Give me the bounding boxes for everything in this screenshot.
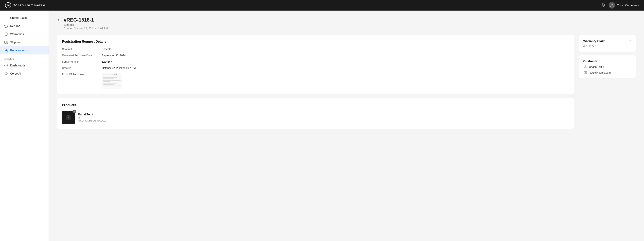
sidebar-item-label: Dashboards — [10, 64, 26, 67]
svg-point-8 — [7, 43, 8, 44]
detail-row-purchase-date: Estimated Purchase Date September 30, 20… — [62, 54, 569, 57]
page-title: #REG-1518-1 — [64, 17, 108, 23]
shipping-icon — [4, 40, 8, 44]
product-variant: S — [78, 116, 106, 119]
detail-label-serial: Serial Number — [62, 60, 98, 63]
sidebar-item-label: Corso AI — [10, 72, 21, 75]
proof-line — [103, 80, 121, 81]
proof-line — [103, 77, 117, 78]
customer-name: Cogan Lottle — [589, 66, 604, 68]
customer-card: Customer Cogan Lottle — [579, 55, 636, 78]
detail-row-channel: Channel Scheels — [62, 48, 569, 50]
svg-rect-5 — [4, 41, 7, 43]
product-sku: SKU: CORSOSWAG02 — [78, 119, 106, 122]
svg-marker-6 — [7, 42, 8, 43]
product-name: Barrel T-shirt — [78, 113, 106, 116]
analytics-section-label: Analytics — [0, 54, 48, 61]
detail-row-proof: Proof Of Purchase Let's grab some quick … — [62, 73, 569, 89]
top-navigation: Corso Commerce Corso Commerce — [0, 0, 644, 10]
sidebar-item-shipping[interactable]: Shipping — [0, 38, 48, 46]
svg-marker-14 — [5, 72, 8, 75]
svg-line-13 — [6, 66, 6, 66]
page-subtitle: Scheels — [64, 23, 108, 26]
sidebar-item-label: Returns — [10, 24, 20, 28]
warranty-icon — [4, 32, 8, 36]
dashboard-icon — [4, 64, 8, 68]
warranty-claim-ref: #61-1977-1 — [583, 44, 632, 48]
proof-line — [103, 84, 114, 85]
detail-row-created: Created October 22, 2024 at 1:07 PM — [62, 66, 569, 70]
warranty-claim-card: Warranty Claim ↗ #61-1977-1 — [579, 35, 636, 52]
return-icon — [4, 24, 8, 28]
registration-details-card: Registration Request Details Channel Sch… — [57, 35, 574, 94]
detail-value-purchase-date: September 30, 2024 — [102, 54, 126, 57]
product-qty-badge: 1 — [72, 110, 76, 114]
proof-of-purchase-thumbnail[interactable]: Let's grab some quick info. — [102, 73, 122, 89]
sidebar-item-label: Registrations — [10, 49, 27, 52]
detail-label-purchase-date: Estimated Purchase Date — [62, 54, 98, 57]
proof-line — [103, 78, 114, 79]
svg-point-2 — [611, 4, 613, 5]
sidebar: Create Claim Returns Warranties — [0, 10, 49, 241]
detail-value-serial: 1234567 — [102, 60, 112, 63]
sidebar-item-label: Shipping — [10, 41, 21, 44]
svg-point-1 — [8, 5, 9, 6]
sidebar-item-label: Warranties — [10, 32, 24, 36]
detail-row-serial: Serial Number 1234567 — [62, 60, 569, 63]
customer-title: Customer — [583, 59, 598, 63]
product-info: Barrel T-shirt S SKU: CORSOSWAG02 — [78, 113, 106, 122]
external-link-icon[interactable]: ↗ — [629, 39, 632, 43]
product-item: 1 Barrel T-shirt S — [62, 111, 569, 124]
user-menu[interactable]: Corso Commerce — [609, 2, 639, 8]
registration-details-title: Registration Request Details — [62, 40, 569, 44]
proof-line — [103, 81, 110, 82]
notifications-bell[interactable] — [601, 3, 606, 8]
topnav-right: Corso Commerce — [601, 2, 639, 8]
warranty-claim-title: Warranty Claim — [583, 39, 606, 43]
sidebar-item-create-claim[interactable]: Create Claim — [0, 14, 48, 22]
customer-email-row: lcottle@corso.com — [583, 71, 632, 74]
product-image-wrap: 1 — [62, 111, 75, 124]
detail-value-created: October 22, 2024 at 1:07 PM — [102, 66, 136, 70]
plus-icon — [4, 16, 8, 20]
registrations-icon — [4, 48, 8, 52]
sidebar-item-warranties[interactable]: Warranties — [0, 30, 48, 38]
person-icon — [583, 65, 587, 68]
detail-label-proof: Proof Of Purchase — [62, 73, 98, 76]
logo[interactable]: Corso Commerce — [5, 2, 45, 8]
svg-point-7 — [5, 43, 6, 44]
logo-text: Corso Commerce — [12, 4, 45, 7]
sidebar-item-dashboards[interactable]: Dashboards — [0, 61, 48, 70]
detail-value-channel: Scheels — [102, 48, 111, 50]
products-card: Products 1 — [57, 98, 574, 129]
page-header: #REG-1518-1 Scheels Created October 22, … — [57, 17, 636, 30]
products-title: Products — [62, 103, 569, 107]
main-content: #REG-1518-1 Scheels Created October 22, … — [49, 10, 644, 241]
user-name-label: Corso Commerce — [617, 4, 639, 7]
ai-icon — [4, 72, 8, 76]
svg-point-17 — [585, 66, 586, 67]
customer-name-row: Cogan Lottle — [583, 65, 632, 68]
page-date: Created October 22, 2024 at 1:07 PM — [64, 27, 108, 30]
detail-label-created: Created — [62, 66, 98, 70]
proof-line — [103, 86, 121, 86]
back-button[interactable] — [57, 18, 61, 22]
sidebar-item-registrations[interactable]: Registrations — [0, 46, 48, 54]
sidebar-item-label: Create Claim — [10, 16, 27, 20]
sidebar-item-returns[interactable]: Returns — [0, 22, 48, 30]
detail-label-channel: Channel — [62, 48, 98, 50]
proof-line — [103, 83, 117, 84]
avatar — [609, 2, 615, 8]
customer-email: lcottle@corso.com — [589, 71, 611, 74]
sidebar-item-corso-ai[interactable]: Corso AI — [0, 70, 48, 78]
email-icon — [583, 71, 587, 74]
